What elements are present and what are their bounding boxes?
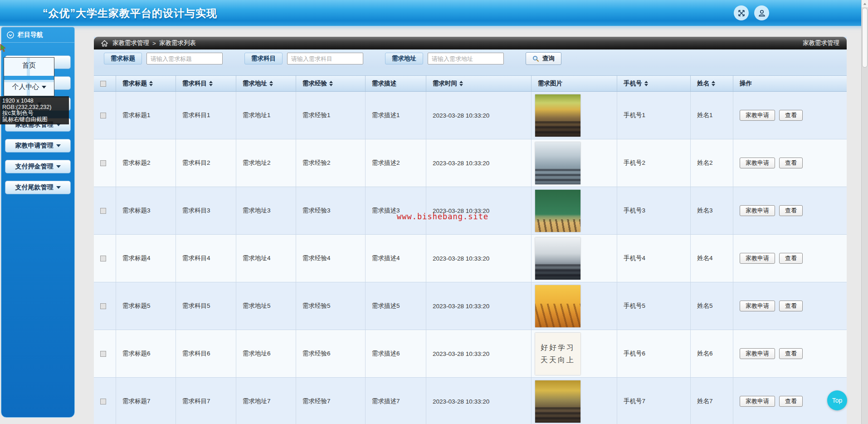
row-checkbox[interactable] bbox=[100, 208, 106, 214]
chevron-down-icon bbox=[56, 144, 61, 147]
column-header[interactable]: 需求标题 bbox=[116, 76, 176, 91]
cell-experience: 需求经验6 bbox=[296, 330, 366, 377]
cell-title: 需求标题6 bbox=[116, 330, 176, 377]
filter-label: 需求科目 bbox=[244, 53, 283, 64]
magnifier-hline bbox=[4, 80, 54, 82]
view-button[interactable]: 查看 bbox=[779, 348, 803, 359]
breadcrumb-right-title: 家教需求管理 bbox=[803, 39, 839, 47]
snip-resolution: 1920 x 1048 bbox=[2, 98, 67, 104]
view-button[interactable]: 查看 bbox=[779, 205, 803, 216]
view-button[interactable]: 查看 bbox=[779, 253, 803, 264]
scroll-up-arrow-icon bbox=[863, 3, 866, 5]
sort-icon bbox=[209, 81, 213, 86]
row-checkbox[interactable] bbox=[100, 303, 106, 309]
cell-phone: 手机号1 bbox=[617, 92, 691, 139]
row-checkbox[interactable] bbox=[100, 256, 106, 261]
chevron-down-icon bbox=[42, 86, 46, 89]
cell-subject: 需求科目7 bbox=[176, 378, 236, 424]
collapse-circle-icon[interactable] bbox=[7, 31, 14, 39]
breadcrumb-page: 家教需求列表 bbox=[159, 39, 196, 47]
filter-group: 需求科目 bbox=[244, 53, 363, 64]
cell-experience: 需求经验4 bbox=[296, 235, 366, 282]
filter-input[interactable] bbox=[146, 53, 223, 64]
home-icon[interactable] bbox=[101, 40, 108, 47]
row-checkbox[interactable] bbox=[100, 113, 106, 118]
sidebar-item-5[interactable]: 支付押金管理 bbox=[5, 160, 71, 173]
cell-subject: 需求科目3 bbox=[176, 187, 236, 234]
column-header[interactable]: 手机号 bbox=[617, 76, 691, 91]
apply-tutor-button[interactable]: 家教申请 bbox=[740, 253, 775, 264]
column-header-label: 手机号 bbox=[624, 79, 642, 88]
view-button[interactable]: 查看 bbox=[779, 396, 803, 407]
table-row: 需求标题6 需求科目6 需求地址6 需求经验6 需求描述6 2023-03-28… bbox=[94, 330, 847, 378]
row-checkbox[interactable] bbox=[100, 160, 106, 166]
scrollbar-thumb[interactable] bbox=[862, 8, 868, 68]
page-title: “众优”大学生家教平台的设计与实现 bbox=[43, 6, 217, 20]
sidebar-item-6[interactable]: 支付尾款管理 bbox=[5, 181, 71, 194]
column-header[interactable]: 姓名 bbox=[691, 76, 733, 91]
column-header-label: 需求地址 bbox=[243, 79, 267, 88]
row-checkbox[interactable] bbox=[100, 351, 106, 357]
cell-address: 需求地址2 bbox=[236, 139, 296, 187]
table-body: 需求标题1 需求科目1 需求地址1 需求经验1 需求描述1 2023-03-28… bbox=[94, 92, 847, 424]
scrollbar-up-button[interactable] bbox=[862, 0, 868, 7]
sort-icon bbox=[459, 81, 463, 86]
cell-address: 需求地址3 bbox=[236, 187, 296, 234]
column-header[interactable]: 需求描述 bbox=[366, 76, 426, 91]
cell-image bbox=[532, 92, 617, 139]
main-panel: 家教需求管理 > 家教需求列表 家教需求管理 需求标题 需求科目 需求地址 查询… bbox=[94, 37, 847, 424]
column-header[interactable]: 需求科目 bbox=[176, 76, 236, 91]
page-scrollbar[interactable] bbox=[861, 0, 868, 424]
cell-name: 姓名2 bbox=[691, 139, 733, 187]
sidebar-item-label: 家教申请管理 bbox=[15, 142, 54, 150]
cell-address: 需求地址1 bbox=[236, 92, 296, 139]
cell-description: 需求描述2 bbox=[366, 139, 426, 187]
column-header-label: 需求时间 bbox=[433, 79, 457, 88]
user-icon[interactable] bbox=[754, 5, 769, 20]
cell-title: 需求标题2 bbox=[116, 139, 176, 187]
sidebar-item-4[interactable]: 家教申请管理 bbox=[5, 139, 71, 153]
cell-title: 需求标题1 bbox=[116, 92, 176, 139]
back-to-top-button[interactable]: Top bbox=[827, 390, 847, 410]
column-header[interactable]: 需求时间 bbox=[426, 76, 532, 91]
filter-input[interactable] bbox=[287, 53, 363, 64]
apply-tutor-button[interactable]: 家教申请 bbox=[740, 158, 775, 168]
column-header[interactable]: 操作 bbox=[733, 76, 847, 91]
snip-rgb-value: RGB:(232,232,232) bbox=[2, 104, 67, 111]
filter-group: 需求地址 bbox=[385, 53, 504, 64]
fullscreen-icon[interactable] bbox=[734, 5, 749, 20]
breadcrumb-separator: > bbox=[152, 40, 156, 47]
cell-phone: 手机号5 bbox=[617, 282, 691, 330]
demand-image bbox=[535, 142, 580, 184]
apply-tutor-button[interactable]: 家教申请 bbox=[740, 396, 775, 407]
cell-name: 姓名3 bbox=[691, 187, 733, 234]
column-header-label: 需求经验 bbox=[302, 79, 327, 88]
cell-subject: 需求科目1 bbox=[176, 92, 236, 139]
column-header[interactable] bbox=[94, 76, 116, 91]
demand-table: 需求标题 需求科目 需求地址 需求经验 需求描述 需求时间 需求图片 手机号 姓… bbox=[94, 75, 847, 424]
select-all-checkbox[interactable] bbox=[100, 81, 106, 87]
view-button[interactable]: 查看 bbox=[779, 301, 803, 311]
breadcrumb-section[interactable]: 家教需求管理 bbox=[112, 39, 149, 47]
demand-image bbox=[535, 237, 580, 280]
apply-tutor-button[interactable]: 家教申请 bbox=[740, 205, 775, 216]
column-header[interactable]: 需求经验 bbox=[296, 76, 366, 91]
table-row: 需求标题1 需求科目1 需求地址1 需求经验1 需求描述1 2023-03-28… bbox=[94, 92, 847, 139]
column-header[interactable]: 需求地址 bbox=[236, 76, 296, 91]
column-header[interactable]: 需求图片 bbox=[532, 76, 617, 91]
filter-label: 需求地址 bbox=[385, 53, 423, 64]
magnifier-hband bbox=[4, 76, 54, 80]
view-button[interactable]: 查看 bbox=[779, 110, 803, 121]
search-button[interactable]: 查询 bbox=[526, 52, 561, 65]
apply-tutor-button[interactable]: 家教申请 bbox=[740, 301, 775, 311]
demand-image bbox=[535, 380, 580, 423]
apply-tutor-button[interactable]: 家教申请 bbox=[740, 110, 775, 121]
row-checkbox[interactable] bbox=[100, 399, 106, 404]
cell-phone: 手机号2 bbox=[617, 139, 691, 187]
filter-input[interactable] bbox=[428, 53, 504, 64]
table-row: 需求标题3 需求科目3 需求地址3 需求经验3 需求描述3 2023-03-28… bbox=[94, 187, 847, 235]
cell-phone: 手机号3 bbox=[617, 187, 691, 234]
view-button[interactable]: 查看 bbox=[779, 158, 803, 168]
cell-experience: 需求经验3 bbox=[296, 187, 366, 234]
apply-tutor-button[interactable]: 家教申请 bbox=[740, 348, 775, 359]
